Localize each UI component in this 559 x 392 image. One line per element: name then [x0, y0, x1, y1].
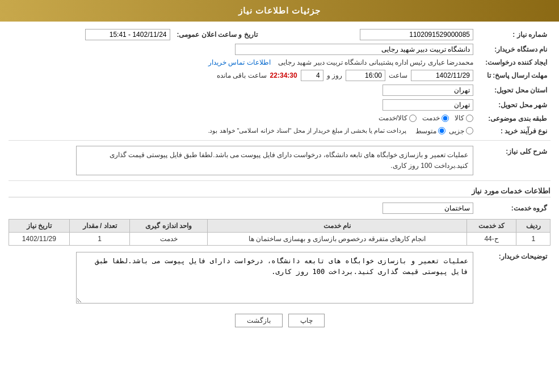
buyer-desc-textarea[interactable] [76, 252, 473, 304]
service-group-input[interactable] [383, 203, 473, 214]
cell-date: 1402/11/29 [9, 232, 70, 245]
buyer-desc-value [9, 250, 477, 307]
col-row: ردیف [516, 219, 550, 232]
content-area: شماره نیاز : تاریخ و ساعت اعلان عمومی: ن… [0, 22, 559, 338]
buyer-value [9, 42, 477, 57]
buyer-label: نام دستگاه خریدار: [477, 42, 550, 57]
table-row: 1ح-44انجام کارهای متفرقه درخصوص بازسازی … [9, 232, 550, 245]
contact-link[interactable]: اطلاعات تماس خریدار [208, 58, 271, 66]
deadline-time-label: ساعت [389, 71, 407, 79]
print-button[interactable]: چاپ [288, 314, 325, 327]
creator-label: ایجاد کننده درخواست: [477, 57, 550, 68]
buyer-input[interactable] [235, 44, 473, 55]
announce-date-label: تاریخ و ساعت اعلان عمومی: [174, 27, 261, 42]
process-row: جزیی متوسط پرداخت تمام یا بخشی از مبلغ خ… [9, 125, 477, 137]
divider-2 [9, 180, 550, 181]
divider-1 [9, 140, 550, 141]
category-khedmat-radio[interactable] [442, 115, 449, 122]
announce-date-input[interactable] [85, 29, 170, 40]
category-kala-radio[interactable] [466, 115, 473, 122]
process-note: پرداخت تمام یا بخشی از مبلغ خریدار از مح… [208, 127, 406, 134]
description-text: عملیات تعمیر و بازسازی خوابگاه های تابعه… [76, 146, 473, 175]
services-data-table: ردیف کد خدمت نام خدمت واحد اندازه گیری ت… [9, 219, 550, 246]
cell-row: 1 [516, 232, 550, 245]
buyer-desc-table: توضیحات خریدار: [9, 250, 550, 307]
col-code: کد خدمت [466, 219, 516, 232]
category-kala-khedmat: کالا/خدمت [379, 114, 417, 122]
deadline-date-input[interactable] [411, 70, 473, 81]
deadline-day-label: روز و [327, 71, 342, 79]
need-number-label: شماره نیاز : [477, 27, 550, 42]
description-label: شرح کلی نیاز: [477, 144, 550, 177]
need-number-input[interactable] [360, 29, 473, 40]
category-kala: کالا [455, 114, 473, 122]
category-options: کالا خدمت کالا/خدمت [9, 112, 477, 125]
category-khedmat-label: خدمت [422, 114, 440, 122]
service-group-value [9, 201, 477, 216]
category-both-radio[interactable] [409, 115, 417, 122]
announce-date-value [9, 27, 174, 42]
description-value: عملیات تعمیر و بازسازی خوابگاه های تابعه… [9, 144, 477, 177]
creator-value: محمدرضا عیاری رئیس اداره پشتیبانی دانشگا… [9, 57, 477, 68]
bottom-buttons: چاپ بازگشت [9, 314, 550, 327]
process-jozi-label: جزیی [449, 127, 464, 135]
city-input[interactable] [383, 99, 473, 111]
city-label: شهر محل تحویل: [477, 98, 550, 112]
services-section-header: اطلاعات خدمات مورد نیاز [9, 187, 550, 197]
province-value [9, 83, 477, 98]
process-motavasset: متوسط [415, 127, 445, 135]
process-label: نوع فرآیند خرید : [477, 125, 550, 137]
description-table: شرح کلی نیاز: عملیات تعمیر و بازسازی خوا… [9, 144, 550, 177]
col-count: تعداد / مقدار [69, 219, 130, 232]
need-number-value [261, 27, 477, 42]
col-date: تاریخ نیاز [9, 219, 70, 232]
process-jozi-radio[interactable] [466, 127, 473, 134]
deadline-remain-value: 22:34:30 [270, 71, 297, 79]
deadline-remain-label: ساعت باقی مانده [217, 71, 267, 79]
category-khedmat: خدمت [422, 114, 449, 122]
page-header: جزئیات اطلاعات نیاز [0, 0, 559, 22]
province-label: استان محل تحویل: [477, 83, 550, 98]
cell-unit: خدمت [130, 232, 208, 245]
cell-count: 1 [69, 232, 130, 245]
category-kala-label: کالا [455, 114, 464, 122]
col-name: نام خدمت [208, 219, 467, 232]
process-motavasset-label: متوسط [415, 127, 436, 135]
deadline-label: مهلت ارسال پاسخ: تا [477, 68, 550, 83]
page-title: جزئیات اطلاعات نیاز [238, 6, 321, 15]
back-button[interactable]: بازگشت [235, 314, 283, 327]
col-unit: واحد اندازه گیری [130, 219, 208, 232]
cell-code: ح-44 [466, 232, 516, 245]
creator-text: محمدرضا عیاری رئیس اداره پشتیبانی دانشگا… [278, 58, 473, 66]
city-value [9, 98, 477, 112]
category-label: طبقه بندی موضوعی: [477, 112, 550, 125]
deadline-days-input[interactable] [301, 70, 323, 81]
category-both-label: کالا/خدمت [379, 114, 407, 122]
process-motavasset-radio[interactable] [438, 127, 445, 134]
service-group-table: گروه خدمت: [9, 201, 550, 216]
deadline-row: ساعت روز و 22:34:30 ساعت باقی مانده [9, 68, 477, 83]
service-group-label: گروه خدمت: [477, 201, 550, 216]
info-table-top: شماره نیاز : تاریخ و ساعت اعلان عمومی: ن… [9, 27, 550, 137]
deadline-time-input[interactable] [346, 70, 385, 81]
province-input[interactable] [383, 85, 473, 96]
page-container: جزئیات اطلاعات نیاز شماره نیاز : تاریخ و… [0, 0, 559, 392]
cell-name: انجام کارهای متفرقه درخصوص بازسازی و بهس… [208, 232, 467, 245]
process-jozi: جزیی [449, 127, 473, 135]
buyer-desc-label: توضیحات خریدار: [477, 250, 550, 307]
